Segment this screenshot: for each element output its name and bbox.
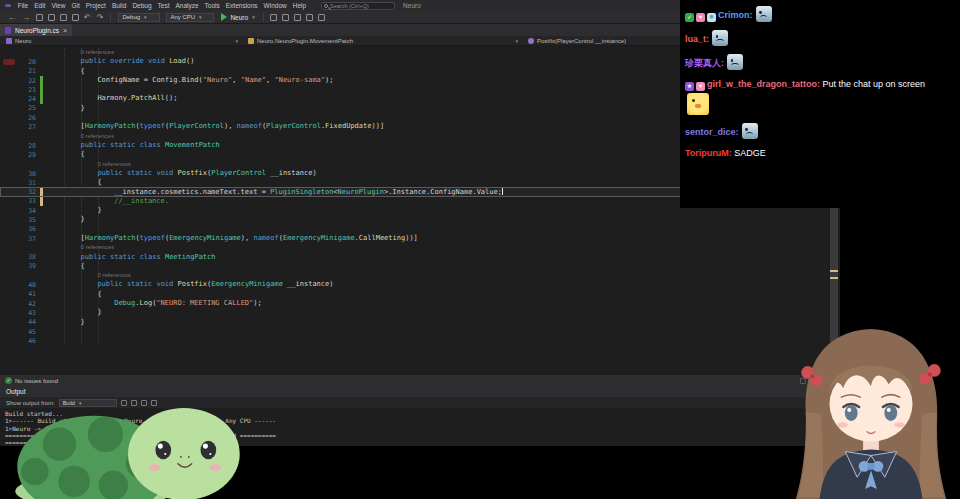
code-line[interactable]: 35}	[0, 215, 840, 224]
code-line[interactable]: 46	[0, 336, 840, 345]
navbar-type-dropdown[interactable]: Neuro.NeuroPlugin.MovementPatch ▾	[248, 38, 528, 44]
menu-view[interactable]: View	[48, 2, 68, 9]
menu-git[interactable]: Git	[68, 2, 82, 9]
project-icon	[6, 38, 12, 44]
line-number: 45	[18, 328, 40, 336]
code-text: Debug.Log("NEURO: MEETING CALLED");	[43, 299, 840, 308]
check-icon: ✓	[5, 377, 12, 384]
menu-edit[interactable]: Edit	[31, 2, 48, 9]
tab-label: NeuroPlugin.cs	[15, 27, 59, 34]
code-line[interactable]: 45	[0, 327, 840, 336]
menu-help[interactable]: Help	[290, 2, 309, 9]
chat-message-line: ✓♥❄Crimon:	[685, 6, 955, 22]
text-cursor	[502, 187, 503, 195]
navbar-project-dropdown[interactable]: Neuro ▾	[0, 38, 248, 44]
chat-message: ★♥girl_w_the_dragon_tattoo: Put the chat…	[685, 78, 955, 115]
code-line[interactable]: 36	[0, 225, 840, 234]
line-number: 20	[18, 58, 40, 66]
codelens-label[interactable]: 0 references	[81, 244, 114, 250]
step-into-icon[interactable]	[306, 14, 313, 21]
menu-test[interactable]: Test	[155, 2, 173, 9]
chat-username[interactable]: lua_t:	[685, 34, 709, 44]
step-out-icon[interactable]	[318, 14, 325, 21]
code-line[interactable]: 43}	[0, 308, 840, 317]
code-line[interactable]: 38public static class MeetingPatch	[0, 253, 840, 262]
search-placeholder: Search (Ctrl+Q)	[330, 3, 369, 9]
chat-username[interactable]: girl_w_the_dragon_tattoo:	[707, 79, 820, 89]
configuration-dropdown[interactable]: Debug ▾	[118, 13, 160, 22]
codelens-label[interactable]: 0 references	[97, 161, 130, 167]
code-text: 0 references	[43, 243, 840, 252]
open-file-icon[interactable]	[48, 14, 55, 21]
menu-tools[interactable]: Tools	[202, 2, 223, 9]
code-text: }	[43, 308, 840, 317]
menu-debug[interactable]: Debug	[129, 2, 154, 9]
line-number: 23	[18, 86, 40, 94]
new-file-icon[interactable]	[36, 14, 43, 21]
menu-project[interactable]: Project	[83, 2, 109, 9]
menu-items: FileEditViewGitProjectBuildDebugTestAnal…	[15, 2, 309, 9]
redo-icon[interactable]: ↷	[94, 13, 107, 22]
back-icon[interactable]: ←	[5, 13, 19, 22]
code-text: [HarmonyPatch(typeof(EmergencyMinigame),…	[43, 234, 840, 243]
code-line[interactable]: 0 references	[0, 243, 840, 252]
method-icon	[528, 38, 534, 44]
menu-build[interactable]: Build	[109, 2, 129, 9]
configuration-value: Debug	[122, 14, 140, 20]
step-over-icon[interactable]	[294, 14, 301, 21]
chat-message-line: sentor_dice:	[685, 123, 955, 139]
menu-extensions[interactable]: Extensions	[223, 2, 261, 9]
chat-message-line: ToripuruM: SADGE	[685, 147, 955, 160]
navbar-type-label: Neuro.NeuroPlugin.MovementPatch	[257, 38, 353, 44]
menu-file[interactable]: File	[15, 2, 31, 9]
chat-username[interactable]: 珍栗真人:	[685, 58, 724, 68]
code-line[interactable]: 40public static void Postfix(EmergencyMi…	[0, 280, 840, 289]
gutter-glyph-margin[interactable]	[0, 59, 18, 65]
menu-analyze[interactable]: Analyze	[172, 2, 201, 9]
output-panel-title[interactable]: Output	[6, 388, 26, 395]
chat-message: sentor_dice:	[685, 123, 955, 139]
code-line[interactable]: 42Debug.Log("NEURO: MEETING CALLED");	[0, 299, 840, 308]
chat-message-line: lua_t:	[685, 30, 955, 46]
code-line[interactable]: 37[HarmonyPatch(typeof(EmergencyMinigame…	[0, 234, 840, 243]
code-line[interactable]: 0 references	[0, 271, 840, 280]
line-number: 32	[18, 188, 40, 196]
line-number: 34	[18, 207, 40, 215]
code-line[interactable]: 44}	[0, 318, 840, 327]
chat-message: 珍栗真人:	[685, 54, 955, 70]
line-number: 22	[18, 77, 40, 85]
code-line[interactable]: 41{	[0, 290, 840, 299]
codelens-label[interactable]: 0 references	[97, 272, 130, 278]
platform-dropdown[interactable]: Any CPU ▾	[166, 13, 214, 22]
toolbar-left-icons: ←→↶↷	[5, 13, 106, 22]
forward-icon[interactable]: →	[19, 13, 33, 22]
hot-reload-icon[interactable]	[282, 14, 289, 21]
margin-badge	[3, 59, 15, 65]
scrollbar-change-mark	[830, 277, 838, 279]
chat-emote-line	[685, 91, 955, 115]
undo-icon[interactable]: ↶	[81, 13, 94, 22]
line-number: 44	[18, 318, 40, 326]
close-icon[interactable]: ×	[63, 27, 67, 34]
codelens-label[interactable]: 0 references	[81, 133, 114, 139]
break-all-icon[interactable]	[270, 14, 277, 21]
line-number: 29	[18, 151, 40, 159]
chevron-down-icon: ▾	[235, 38, 238, 44]
chat-username[interactable]: Crimon:	[718, 10, 753, 20]
menu-window[interactable]: Window	[261, 2, 290, 9]
tab-neuroplugin[interactable]: NeuroPlugin.cs ×	[0, 24, 72, 36]
search-input[interactable]: Search (Ctrl+Q)	[321, 2, 395, 10]
codelens-label[interactable]: 0 references	[81, 49, 114, 55]
search-icon	[324, 4, 328, 8]
start-debug-button[interactable]: Neuro ▾	[221, 13, 254, 21]
chat-username[interactable]: ToripuruM:	[685, 148, 732, 158]
play-icon	[221, 13, 227, 21]
save-icon[interactable]	[60, 14, 67, 21]
line-number: 30	[18, 170, 40, 178]
save-all-icon[interactable]	[72, 14, 79, 21]
green-badge-icon: ✓	[685, 13, 694, 22]
code-line[interactable]: 39{	[0, 262, 840, 271]
chevron-down-icon: ▾	[252, 14, 255, 20]
line-number: 33	[18, 197, 40, 205]
chat-username[interactable]: sentor_dice:	[685, 127, 739, 137]
